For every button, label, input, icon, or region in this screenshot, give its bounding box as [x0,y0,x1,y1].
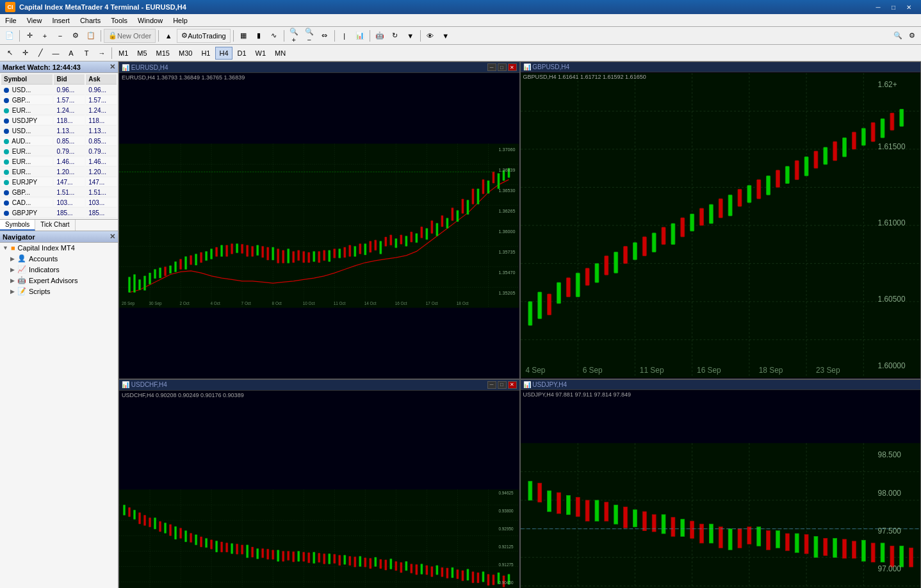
chart-eurusd-maximize[interactable]: □ [498,63,507,71]
new-order-btn[interactable]: 🔒 New Order [104,29,156,43]
svg-text:98.500: 98.500 [877,450,901,459]
market-ask: 185... [86,209,117,218]
chart-usdchf-maximize[interactable]: □ [498,381,507,389]
minimize-button[interactable]: ─ [871,2,885,12]
market-row[interactable]: EUR... 1.24... 1.24... [1,106,117,115]
chart-eurusd-body[interactable]: EURUSD,H4 1.36793 1.36849 1.36765 1.3683… [119,73,519,379]
tf-m1[interactable]: M1 [115,47,132,60]
tf-h1[interactable]: H1 [197,47,214,60]
bar-chart-btn[interactable]: ▦ [236,29,250,43]
hline-tool[interactable]: — [49,46,63,60]
market-symbol: GBP... [1,96,53,105]
view-btn[interactable]: 👁 [423,29,437,43]
crosshair-button[interactable]: ✛ [22,29,37,43]
svg-text:14 Oct: 14 Oct [364,301,377,306]
line-tool[interactable]: ╱ [33,46,47,60]
zoom-out2-btn[interactable]: 🔍− [302,29,316,43]
market-row[interactable]: USD... 0.96... 0.96... [1,86,117,95]
chart-usdchf-body[interactable]: USDCHF,H4 0.90208 0.90249 0.90176 0.9038… [119,391,519,588]
chart-eurusd-close[interactable]: ✕ [508,63,517,71]
properties-button[interactable]: ⚙ [69,29,83,43]
zoom-in2-btn[interactable]: 🔍+ [287,29,301,43]
tf-d1[interactable]: D1 [234,47,250,60]
chart-eurusd-minimize[interactable]: ─ [487,63,496,71]
svg-text:7 Oct: 7 Oct [241,301,251,306]
arrow2-tool[interactable]: → [95,46,109,60]
market-symbol: CAD... [1,199,53,208]
menu-view[interactable]: View [22,14,47,26]
line-chart-btn[interactable]: ∿ [267,29,281,43]
market-row[interactable]: GBP... 1.57... 1.57... [1,96,117,105]
text-tool[interactable]: A [64,46,78,60]
label-tool[interactable]: T [79,46,94,60]
svg-rect-86 [411,232,412,242]
market-row[interactable]: EUR... 0.79... 0.79... [1,147,117,156]
nav-capital-index[interactable]: ▼ ■ Capital Index MT4 [0,243,118,253]
indicators-btn[interactable]: 📊 [353,29,367,43]
menu-charts[interactable]: Charts [75,14,106,26]
menu-tools[interactable]: Tools [106,14,133,26]
navigator-close[interactable]: ✕ [110,233,115,241]
tf-w1[interactable]: W1 [252,47,270,60]
market-row[interactable]: USD... 1.13... 1.13... [1,127,117,136]
nav-scripts[interactable]: ▶ 📝 Scripts [0,286,118,297]
symbol-dot [4,88,9,93]
chart-scroll-btn[interactable]: ⇔ [318,29,332,43]
market-row[interactable]: GBPJPY 185... 185... [1,209,117,218]
tf-mn[interactable]: MN [271,47,289,60]
svg-rect-70 [282,250,284,263]
nav-accounts[interactable]: ▶ 👤 Accounts [0,253,118,264]
tf-m5[interactable]: M5 [133,47,151,60]
accounts-expand: ▶ [10,256,15,262]
chart-gbpusd-titlebar: 📊 GBPUSD,H4 [521,62,921,72]
svg-rect-232 [159,521,161,532]
market-row[interactable]: EUR... 1.46... 1.46... [1,158,117,167]
tf-m15[interactable]: M15 [152,47,174,60]
market-row[interactable]: EURJPY 147... 147... [1,178,117,187]
zoom-in-button[interactable]: + [38,29,52,43]
crosshair-tool[interactable]: ✛ [18,46,32,60]
arrow-tool[interactable]: ↖ [3,46,17,60]
svg-rect-161 [738,189,742,206]
market-watch-close[interactable]: ✕ [110,63,115,71]
buy-button[interactable]: ▲ [161,29,175,43]
market-row[interactable]: GBP... 1.51... 1.51... [1,188,117,197]
new-chart-button[interactable]: 📄 [3,29,17,43]
svg-rect-233 [169,525,171,536]
svg-text:1.36839: 1.36839 [498,167,515,173]
market-row[interactable]: AUD... 0.85... 0.85... [1,137,117,146]
search-btn[interactable]: 🔍 [892,29,904,43]
market-row[interactable]: USDJPY 118... 118... [1,117,117,126]
auto-trading-button[interactable]: ⚙ AutoTrading [177,29,231,43]
template-button[interactable]: 📋 [84,29,98,43]
menu-insert[interactable]: Insert [47,14,75,26]
maximize-button[interactable]: □ [886,2,901,12]
nav-experts[interactable]: ▶ 🤖 Expert Advisors [0,275,118,286]
refresh-btn[interactable]: ↻ [388,29,402,43]
svg-rect-146 [823,147,827,165]
menu-file[interactable]: File [0,14,22,26]
tf-m30[interactable]: M30 [175,47,196,60]
view-dropdown[interactable]: ▼ [439,29,453,43]
menu-window[interactable]: Window [133,14,168,26]
candlestick-btn[interactable]: ▮ [252,29,266,43]
chart-usdjpy-body[interactable]: USDJPY,H4 97.881 97.911 97.814 97.849 [521,390,921,588]
period-sep-btn[interactable]: | [338,29,352,43]
indicators-expand: ▶ [10,266,15,273]
svg-rect-52 [477,189,479,204]
tf-h4[interactable]: H4 [215,47,232,60]
menu-help[interactable]: Help [168,14,193,26]
zoom-out-button[interactable]: − [53,29,67,43]
toolbar-settings-btn[interactable]: ⚙ [906,29,918,43]
chart-gbpusd-body[interactable]: GBPUSD,H4 1.61641 1.61712 1.61592 1.6165… [521,72,921,379]
tab-symbols[interactable]: Symbols [0,220,35,231]
experts-btn[interactable]: 🤖 [373,29,387,43]
chart-usdchf-close[interactable]: ✕ [508,381,517,389]
chart-usdchf-minimize[interactable]: ─ [487,381,496,389]
tab-tick-chart[interactable]: Tick Chart [35,220,75,231]
nav-indicators[interactable]: ▶ 📈 Indicators [0,264,118,275]
dropdown-btn[interactable]: ▼ [403,29,418,43]
market-row[interactable]: CAD... 103... 103... [1,199,117,208]
close-button[interactable]: ✕ [902,2,916,12]
market-row[interactable]: EUR... 1.20... 1.20... [1,168,117,177]
